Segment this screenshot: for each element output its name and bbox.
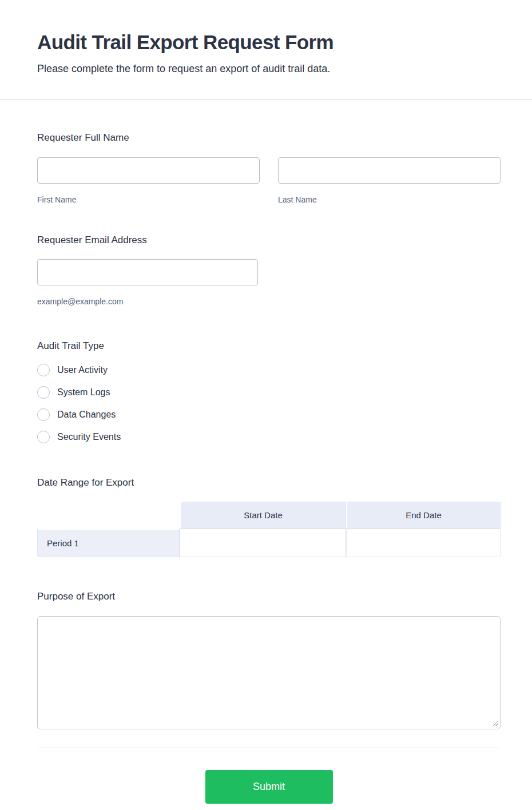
form-subtitle: Please complete the form to request an e… — [37, 61, 501, 76]
start-date-cell[interactable] — [180, 529, 346, 557]
field-date-range: Date Range for Export Start Date End Dat… — [37, 477, 501, 557]
email-hint: example@example.com — [37, 296, 501, 307]
radio-circle-icon[interactable] — [37, 386, 50, 399]
email-input[interactable] — [37, 259, 258, 285]
date-range-table: Start Date End Date Period 1 — [37, 502, 501, 557]
audit-type-options: User Activity System Logs Data Changes S… — [37, 364, 501, 443]
email-label: Requester Email Address — [37, 234, 501, 247]
radio-option-label: User Activity — [57, 365, 108, 375]
submit-button[interactable]: Submit — [205, 770, 333, 804]
purpose-textarea-wrap — [37, 616, 501, 729]
form-page: Audit Trail Export Request Form Please c… — [0, 0, 532, 810]
first-name-sublabel: First Name — [37, 194, 260, 205]
radio-option-label: Security Events — [57, 432, 121, 442]
name-row: First Name Last Name — [37, 157, 501, 205]
full-name-label: Requester Full Name — [37, 132, 501, 144]
purpose-textarea[interactable] — [37, 616, 501, 729]
table-header-row: Start Date End Date — [37, 502, 501, 529]
radio-option-data-changes[interactable]: Data Changes — [37, 408, 501, 421]
radio-option-label: Data Changes — [57, 410, 116, 420]
end-date-cell[interactable] — [346, 529, 501, 557]
column-header-end-date: End Date — [346, 502, 501, 529]
audit-type-label: Audit Trail Type — [37, 340, 501, 352]
first-name-input[interactable] — [37, 157, 260, 184]
radio-option-security-events[interactable]: Security Events — [37, 431, 501, 443]
radio-circle-icon[interactable] — [37, 431, 50, 443]
form-title: Audit Trail Export Request Form — [37, 31, 501, 54]
radio-circle-icon[interactable] — [37, 364, 50, 376]
row-header-period-1: Period 1 — [37, 529, 180, 557]
field-purpose: Purpose of Export — [37, 590, 501, 729]
radio-option-label: System Logs — [57, 387, 110, 398]
purpose-label: Purpose of Export — [37, 590, 501, 603]
table-row: Period 1 — [37, 529, 501, 557]
footer-divider — [37, 748, 501, 748]
form-header: Audit Trail Export Request Form Please c… — [0, 0, 532, 76]
last-name-col: Last Name — [278, 157, 501, 205]
field-email: Requester Email Address example@example.… — [37, 234, 501, 307]
last-name-input[interactable] — [278, 157, 501, 184]
first-name-col: First Name — [37, 157, 260, 205]
form-body: Requester Full Name First Name Last Name… — [0, 100, 532, 810]
field-audit-type: Audit Trail Type User Activity System Lo… — [37, 340, 501, 443]
submit-row: Submit — [37, 770, 501, 810]
date-range-label: Date Range for Export — [37, 477, 501, 489]
radio-option-system-logs[interactable]: System Logs — [37, 386, 501, 399]
radio-option-user-activity[interactable]: User Activity — [37, 364, 501, 376]
radio-circle-icon[interactable] — [37, 408, 50, 421]
table-corner-cell — [37, 502, 180, 529]
last-name-sublabel: Last Name — [278, 194, 501, 205]
field-full-name: Requester Full Name First Name Last Name — [37, 132, 501, 205]
column-header-start-date: Start Date — [180, 502, 346, 529]
